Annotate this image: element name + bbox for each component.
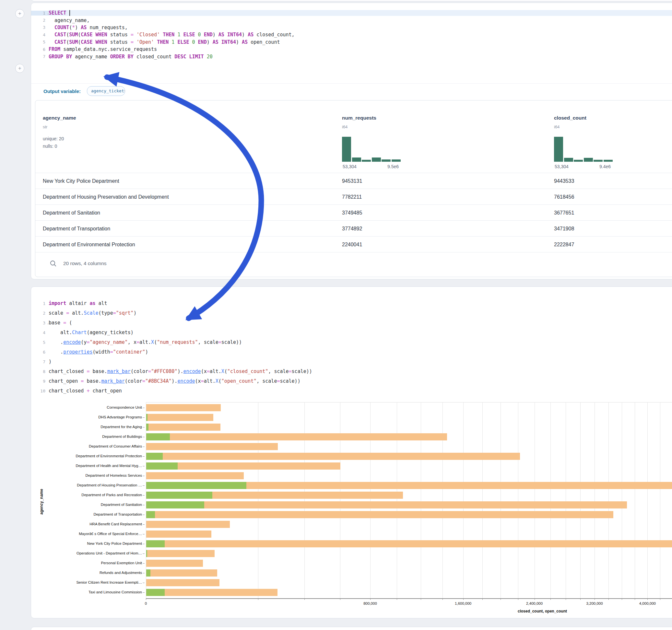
code-token (49, 39, 54, 45)
y-category-label: Department of Buildings (35, 435, 142, 438)
bar-closed_count (146, 579, 220, 586)
code-token: END (198, 39, 207, 45)
sql-line-1[interactable]: 1⌄SELECT (31, 9, 672, 17)
column-header-closed_count[interactable]: closed_count (554, 115, 586, 121)
search-icon[interactable] (50, 260, 57, 267)
gridline (258, 402, 258, 598)
table-cell: 7782211 (342, 189, 362, 205)
code-token (169, 39, 171, 45)
y-category-label: Department of Consumer Affairs (35, 444, 142, 448)
gridline (647, 402, 648, 598)
y-axis-tick (143, 583, 145, 583)
code-token: ) (213, 32, 218, 38)
code-token (49, 25, 54, 30)
code-token: open_count (248, 39, 280, 45)
bar-closed_count (146, 443, 278, 450)
bar-open_count (146, 453, 163, 460)
sql-line-7[interactable]: 7GROUP BY agency_name ORDER BY closed_co… (31, 53, 672, 60)
gridline (501, 402, 501, 598)
code-token: SUM (69, 39, 78, 45)
column-header-num_requests[interactable]: num_requests (342, 115, 376, 121)
gridline (622, 402, 622, 598)
bar-closed_count (146, 560, 203, 567)
code-token: 'Closed' (137, 32, 160, 38)
code-token: ORDER BY (110, 54, 134, 59)
y-axis-tick (143, 456, 145, 457)
code-line-text: CAST(SUM(CASE WHEN status = 'Closed' THE… (49, 32, 672, 38)
gridline (534, 402, 535, 598)
table-cell: Department of Sanitation (43, 205, 100, 221)
y-category-label: HRA Benefit Card Replacement (35, 522, 142, 526)
bar-open_count (146, 492, 213, 499)
histogram-bar (584, 158, 593, 162)
code-token: 0 (192, 39, 195, 45)
histogram-bar (352, 158, 361, 162)
previous-cell-card (31, 0, 672, 1)
altair-chart: 0800,0001,600,0002,400,0003,200,0004,000… (31, 287, 672, 619)
histogram-bar (554, 137, 563, 162)
y-axis-title: agency_name (39, 487, 44, 516)
code-token: AS (242, 39, 248, 45)
sql-line-4[interactable]: 4 CAST(SUM(CASE WHEN status = 'Closed' T… (31, 31, 672, 38)
gridline (595, 402, 595, 598)
code-token: 1 (171, 39, 174, 45)
y-category-label: Correspondence Unit (35, 406, 142, 409)
add-cell-button-top[interactable]: + (15, 9, 24, 18)
code-token (49, 32, 54, 38)
y-category-label: Department of Housing Preservation … (35, 483, 142, 487)
gridline (340, 402, 340, 598)
code-token: FROM (49, 46, 60, 52)
table-row: Department of Transportation377489234719… (35, 220, 672, 237)
code-token: THEN (157, 39, 169, 45)
sql-line-6[interactable]: 6FROM sample_data.nyc.service_requests (31, 46, 672, 53)
bar-closed_count (146, 550, 215, 557)
code-line-text: SELECT (49, 10, 672, 16)
code-line-text: agency_name, (49, 18, 672, 23)
code-token: = (130, 32, 134, 38)
sql-line-5[interactable]: 5 CAST(SUM(CASE WHEN status = 'Open' THE… (31, 39, 672, 46)
y-axis-tick (143, 408, 145, 408)
code-token: SUM (69, 32, 78, 38)
line-number: 3 (31, 25, 49, 30)
y-axis-tick (143, 446, 145, 447)
bar-closed_count (146, 414, 214, 421)
sql-line-3[interactable]: 3 COUNT(*) AS num_requests, (31, 24, 672, 31)
bar-open_count (146, 511, 155, 518)
gridline (482, 402, 483, 598)
y-category-label: Department of Sanitation (35, 503, 142, 507)
fold-chevron-icon[interactable]: ⌄ (47, 12, 49, 15)
code-token (195, 32, 198, 38)
code-token (186, 54, 189, 59)
code-line-text: COUNT(*) AS num_requests, (49, 25, 672, 30)
table-cell: Department of Housing Preservation and D… (43, 189, 169, 205)
code-token: INT64 (221, 39, 236, 45)
code-token: 0 (198, 32, 201, 38)
table-preview: agency_namestrunique: 20nulls: 0num_requ… (35, 100, 672, 277)
add-cell-button-middle[interactable]: + (15, 64, 24, 73)
plot-top-border (146, 402, 672, 403)
sql-editor[interactable]: 1⌄SELECT 2 agency_name,3 COUNT(*) AS num… (31, 9, 672, 60)
gridline (608, 402, 609, 598)
code-token (160, 32, 163, 38)
code-token: INT64 (227, 32, 242, 38)
code-token: GROUP BY (49, 54, 72, 59)
code-token: ELSE (183, 32, 195, 38)
code-token: AS (248, 32, 254, 38)
code-token: 20 (207, 54, 213, 59)
bar-open_count (146, 433, 170, 440)
code-token: ( (69, 25, 72, 30)
code-token: AS (81, 25, 87, 30)
line-number: 1⌄ (31, 11, 49, 16)
notebook-page: { "icons": {"add_cell": "+", "fold_chevr… (0, 0, 672, 630)
bar-open_count (146, 482, 246, 489)
column-header-agency_name[interactable]: agency_name (43, 115, 76, 121)
gridline (370, 402, 370, 598)
output-variable-pill[interactable]: agency_tickets (87, 86, 125, 96)
sql-line-2[interactable]: 2 agency_name, (31, 17, 672, 24)
code-token: WHEN (96, 39, 107, 45)
output-variable-label: Output variable: (44, 89, 81, 94)
bar-open_count (146, 423, 149, 431)
column-histogram (342, 137, 401, 162)
y-category-label: Department of Health and Mental Hyg… (35, 464, 142, 468)
bar-closed_count (146, 453, 520, 460)
